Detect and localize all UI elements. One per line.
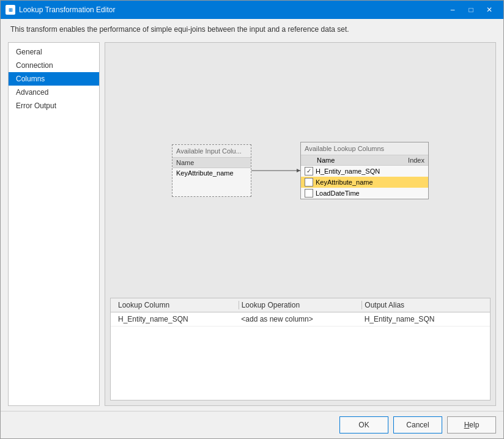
sidebar-item-connection[interactable]: Connection bbox=[9, 59, 99, 72]
sidebar-item-advanced[interactable]: Advanced bbox=[9, 86, 99, 99]
lookup-row-2[interactable]: LoadDateTime bbox=[301, 188, 428, 199]
cell-output-alias-0: H_Entity_name_SQN bbox=[362, 315, 485, 323]
results-table-header: Lookup Column Lookup Operation Output Al… bbox=[111, 298, 490, 312]
lookup-check-header bbox=[305, 157, 314, 164]
description-text: This transform enables the performance o… bbox=[10, 25, 349, 34]
input-columns-box: Available Input Colu... Name KeyAttribut… bbox=[172, 144, 251, 197]
window-title: Lookup Transformation Editor bbox=[19, 6, 440, 14]
header-lookup-column: Lookup Column bbox=[116, 301, 239, 309]
title-bar-buttons: – □ ✕ bbox=[443, 1, 498, 19]
main-window: ⊞ Lookup Transformation Editor – □ ✕ Thi… bbox=[0, 0, 504, 439]
sidebar-item-general[interactable]: General bbox=[9, 45, 99, 59]
header-lookup-operation: Lookup Operation bbox=[239, 301, 363, 309]
close-button[interactable]: ✕ bbox=[480, 1, 498, 19]
input-header: Name bbox=[172, 158, 251, 168]
cell-lookup-column-0: H_Entity_name_SQN bbox=[116, 315, 239, 323]
description-bar: This transform enables the performance o… bbox=[1, 19, 503, 40]
sidebar-item-error-output[interactable]: Error Output bbox=[9, 99, 99, 113]
input-row-0[interactable]: KeyAttribute_name bbox=[172, 168, 251, 178]
lookup-columns-box: Available Lookup Columns Name Index ✓ H_… bbox=[300, 142, 429, 199]
results-row-0[interactable]: H_Entity_name_SQN <add as new column> H_… bbox=[111, 312, 490, 326]
diagram-area: Available Input Colu... Name KeyAttribut… bbox=[110, 48, 491, 293]
lookup-header: Name Index bbox=[301, 155, 428, 166]
help-button[interactable]: Help bbox=[447, 416, 496, 433]
sidebar: General Connection Columns Advanced Erro… bbox=[8, 42, 100, 406]
maximize-button[interactable]: □ bbox=[462, 1, 480, 19]
lookup-check-1[interactable] bbox=[305, 178, 313, 186]
lookup-name-header: Name bbox=[317, 157, 401, 164]
title-bar: ⊞ Lookup Transformation Editor – □ ✕ bbox=[1, 1, 503, 19]
cancel-button[interactable]: Cancel bbox=[393, 416, 442, 433]
input-box-title: Available Input Colu... bbox=[172, 145, 251, 158]
results-table: Lookup Column Lookup Operation Output Al… bbox=[110, 298, 491, 400]
editor-panel: Available Input Colu... Name KeyAttribut… bbox=[105, 42, 496, 406]
cell-lookup-operation-0: <add as new column> bbox=[239, 315, 361, 323]
window-icon: ⊞ bbox=[6, 5, 15, 15]
diagram-wrapper: Available Input Colu... Name KeyAttribut… bbox=[172, 142, 429, 199]
lookup-row-0[interactable]: ✓ H_Entity_name_SQN bbox=[301, 166, 428, 177]
header-output-alias: Output Alias bbox=[362, 301, 485, 309]
lookup-check-2[interactable] bbox=[305, 189, 313, 197]
footer: OK Cancel Help bbox=[1, 411, 503, 438]
lookup-index-header: Index bbox=[408, 157, 424, 164]
ok-button[interactable]: OK bbox=[339, 416, 388, 433]
lookup-row-1[interactable]: KeyAttribute_name bbox=[301, 177, 428, 188]
lookup-box-title: Available Lookup Columns bbox=[301, 142, 428, 155]
sidebar-item-columns[interactable]: Columns bbox=[9, 72, 99, 86]
results-empty-area bbox=[111, 326, 490, 400]
main-content: General Connection Columns Advanced Erro… bbox=[1, 40, 503, 411]
lookup-check-0[interactable]: ✓ bbox=[305, 167, 313, 175]
connector-svg bbox=[251, 142, 300, 199]
minimize-button[interactable]: – bbox=[443, 1, 462, 19]
